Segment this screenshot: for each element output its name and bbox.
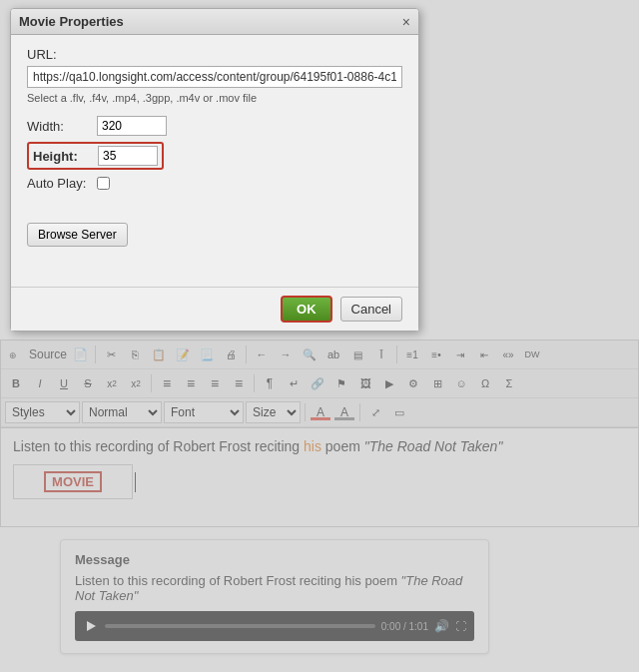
width-row: Width: (27, 116, 402, 136)
autoplay-label: Auto Play: (27, 176, 97, 191)
browse-server-section: Browse Server (11, 215, 418, 247)
width-label: Width: (27, 119, 97, 134)
dialog-close-button[interactable]: × (402, 15, 410, 29)
height-input[interactable] (98, 146, 158, 166)
width-input[interactable] (97, 116, 167, 136)
cancel-button[interactable]: Cancel (340, 297, 402, 322)
height-label: Height: (33, 149, 98, 164)
url-hint: Select a .flv, .f4v, .mp4, .3gpp, .m4v o… (27, 92, 402, 104)
url-input[interactable] (27, 66, 402, 88)
movie-properties-dialog: Movie Properties × URL: Select a .flv, .… (10, 8, 419, 332)
dialog-title: Movie Properties (19, 14, 124, 29)
ok-button[interactable]: OK (281, 296, 332, 323)
height-row: Height: (27, 142, 164, 170)
browse-server-button[interactable]: Browse Server (27, 223, 128, 247)
autoplay-row: Auto Play: (27, 176, 402, 191)
dialog-body: URL: Select a .flv, .f4v, .mp4, .3gpp, .… (11, 35, 418, 215)
autoplay-checkbox[interactable] (97, 177, 110, 190)
dialog-footer: OK Cancel (11, 287, 418, 331)
dialog-titlebar: Movie Properties × (11, 9, 418, 35)
url-label: URL: (27, 47, 402, 62)
